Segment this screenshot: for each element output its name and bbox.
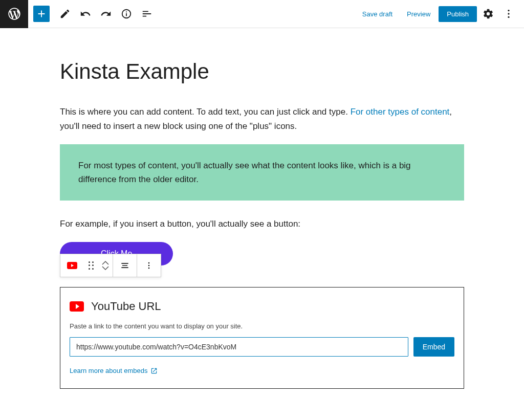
block-align-button[interactable] bbox=[113, 254, 137, 277]
pencil-icon bbox=[59, 8, 71, 19]
details-button[interactable] bbox=[117, 5, 136, 23]
paragraph-text: This is where you can add content. To ad… bbox=[60, 107, 351, 117]
svg-point-2 bbox=[508, 16, 509, 18]
paragraph-block-2[interactable]: For example, if you insert a button, you… bbox=[60, 217, 464, 231]
gear-icon bbox=[483, 8, 494, 19]
embed-url-input[interactable] bbox=[70, 337, 408, 357]
undo-button[interactable] bbox=[76, 5, 95, 23]
highlight-box-block[interactable]: For most types of content, you'll actual… bbox=[60, 144, 464, 201]
content-inline-link[interactable]: For other types of content bbox=[351, 107, 450, 117]
block-toolbar bbox=[60, 254, 161, 277]
svg-point-0 bbox=[508, 10, 509, 11]
settings-button[interactable] bbox=[479, 5, 497, 23]
youtube-embed-block[interactable]: YouTube URL Paste a link to the content … bbox=[60, 287, 464, 389]
paragraph-block-1[interactable]: This is where you can add content. To ad… bbox=[60, 105, 464, 132]
kebab-icon bbox=[144, 260, 154, 271]
button-block-wrapper: Click Me bbox=[60, 242, 464, 266]
wordpress-icon bbox=[7, 7, 21, 21]
block-move-buttons[interactable] bbox=[98, 254, 113, 277]
toolbar-left-group bbox=[28, 5, 156, 23]
embed-learn-more-text: Learn more about embeds bbox=[70, 367, 147, 374]
youtube-icon bbox=[70, 301, 84, 312]
publish-button[interactable]: Publish bbox=[439, 6, 477, 22]
youtube-icon bbox=[67, 262, 77, 269]
embed-learn-more-link[interactable]: Learn more about embeds bbox=[70, 367, 158, 374]
block-more-options-button[interactable] bbox=[137, 254, 161, 277]
post-title[interactable]: Kinsta Example bbox=[60, 59, 464, 84]
block-type-button[interactable] bbox=[60, 254, 84, 277]
plus-icon bbox=[36, 8, 47, 19]
kebab-icon bbox=[503, 8, 514, 19]
svg-point-4 bbox=[148, 265, 150, 267]
chevron-down-icon bbox=[102, 266, 109, 271]
document-outline-button[interactable] bbox=[138, 5, 156, 23]
align-icon bbox=[120, 260, 130, 271]
embed-block-header: YouTube URL bbox=[70, 300, 454, 313]
preview-button[interactable]: Preview bbox=[401, 6, 436, 22]
embed-block-description: Paste a link to the content you want to … bbox=[70, 322, 454, 330]
svg-point-3 bbox=[148, 262, 150, 264]
highlight-text: For most types of content, you'll actual… bbox=[78, 159, 446, 186]
svg-point-1 bbox=[508, 13, 509, 14]
tools-button[interactable] bbox=[56, 5, 74, 23]
undo-icon bbox=[80, 8, 91, 19]
chevron-up-icon bbox=[102, 260, 109, 266]
list-view-icon bbox=[141, 8, 152, 19]
toolbar-right-group: Save draft Preview Publish bbox=[356, 5, 518, 23]
redo-button[interactable] bbox=[97, 5, 115, 23]
save-draft-button[interactable]: Save draft bbox=[356, 6, 399, 22]
embed-submit-button[interactable]: Embed bbox=[413, 337, 454, 357]
svg-point-5 bbox=[148, 268, 150, 269]
options-button[interactable] bbox=[499, 5, 518, 23]
block-drag-handle[interactable] bbox=[84, 254, 98, 277]
drag-handle-icon bbox=[88, 260, 95, 271]
info-icon bbox=[121, 8, 132, 19]
wordpress-logo-button[interactable] bbox=[0, 0, 28, 28]
editor-canvas: Kinsta Example This is where you can add… bbox=[60, 28, 464, 409]
editor-top-toolbar: Save draft Preview Publish bbox=[0, 0, 524, 28]
add-block-button[interactable] bbox=[33, 6, 50, 22]
embed-block-title: YouTube URL bbox=[91, 300, 161, 313]
external-link-icon bbox=[150, 367, 158, 374]
redo-icon bbox=[100, 8, 112, 19]
